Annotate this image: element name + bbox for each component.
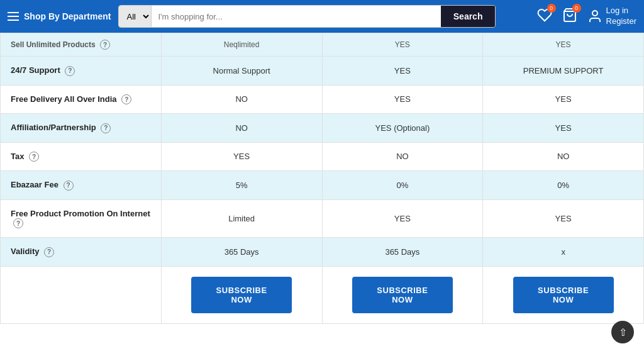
help-icon-support[interactable]: ? (65, 66, 75, 76)
subscribe-row: SUBSCRIBE NOW SUBSCRIBE NOW SUBSCRIBE NO… (1, 266, 644, 323)
header: Shop By Department All Search 0 0 (0, 0, 644, 33)
affiliation-col2: YES (Optional) (322, 114, 483, 143)
validity-col1: 365 Days (161, 238, 322, 267)
affiliation-label: Affiliation/Partnership ? (1, 114, 162, 143)
scroll-to-top-button[interactable]: ⇧ (611, 321, 634, 343)
top-col1: Neqlimited (161, 33, 322, 57)
main-content: Sell Unlimited Products ? Neqlimited YES… (0, 33, 644, 356)
affiliation-col3: YES (483, 114, 644, 143)
fee-col2: 0% (322, 171, 483, 200)
user-icon (587, 9, 602, 24)
subscribe-empty-cell (1, 266, 162, 323)
help-icon-tax[interactable]: ? (29, 152, 39, 162)
promotion-label: Free Product Promotion On Internet ? (1, 199, 162, 238)
table-row-top: Sell Unlimited Products ? Neqlimited YES… (1, 33, 644, 57)
table-row-promotion: Free Product Promotion On Internet ? Lim… (1, 199, 644, 238)
table-row-affiliation: Affiliation/Partnership ? NO YES (Option… (1, 114, 644, 143)
wishlist-icon-wrapper[interactable]: 0 (537, 8, 552, 25)
login-text: Log in Register (606, 6, 636, 27)
tax-col3: NO (483, 142, 644, 171)
help-icon-fee[interactable]: ? (64, 181, 74, 191)
dept-label: Shop By Department (24, 11, 111, 21)
svg-point-1 (592, 11, 597, 16)
tax-col1: YES (161, 142, 322, 171)
fee-col1: 5% (161, 171, 322, 200)
delivery-label: Free Delivery All Over India ? (1, 85, 162, 114)
hamburger-icon (8, 12, 19, 21)
promotion-col3: YES (483, 199, 644, 238)
subscribe-cell-1: SUBSCRIBE NOW (161, 266, 322, 323)
support-col3: PREMIUM SUPPORT (483, 57, 644, 86)
table-row-support: 24/7 Support ? Normal Support YES PREMIU… (1, 57, 644, 86)
validity-label: Validity ? (1, 238, 162, 267)
cart-icon-wrapper[interactable]: 0 (562, 8, 577, 25)
top-col2: YES (322, 33, 483, 57)
cart-badge: 0 (572, 4, 581, 13)
subscribe-cell-3: SUBSCRIBE NOW (483, 266, 644, 323)
subscribe-button-3[interactable]: SUBSCRIBE NOW (513, 277, 614, 313)
search-category-select[interactable]: All (119, 6, 152, 27)
help-icon-top[interactable]: ? (100, 40, 110, 50)
help-icon-validity[interactable]: ? (44, 247, 54, 257)
promotion-col1: Limited (161, 199, 322, 238)
promotion-col2: YES (322, 199, 483, 238)
wishlist-badge: 0 (547, 4, 556, 13)
subscribe-cell-2: SUBSCRIBE NOW (322, 266, 483, 323)
menu-button[interactable]: Shop By Department (8, 11, 111, 21)
login-area[interactable]: Log in Register (587, 6, 636, 27)
header-icons: 0 0 Log in Register (537, 6, 636, 27)
tax-label: Tax ? (1, 142, 162, 171)
table-row-validity: Validity ? 365 Days 365 Days x (1, 238, 644, 267)
delivery-col2: YES (322, 85, 483, 114)
fee-label: Ebazaar Fee ? (1, 171, 162, 200)
table-row-fee: Ebazaar Fee ? 5% 0% 0% (1, 171, 644, 200)
top-row-label: Sell Unlimited Products ? (1, 33, 162, 57)
delivery-col3: YES (483, 85, 644, 114)
support-col2: YES (322, 57, 483, 86)
help-icon-affiliation[interactable]: ? (101, 123, 111, 133)
validity-col3: x (483, 238, 644, 267)
search-bar: All Search (118, 5, 496, 28)
table-row-tax: Tax ? YES NO NO (1, 142, 644, 171)
top-col3: YES (483, 33, 644, 57)
subscribe-button-1[interactable]: SUBSCRIBE NOW (191, 277, 292, 313)
register-label: Register (606, 16, 636, 27)
login-label: Log in (606, 6, 636, 16)
affiliation-col1: NO (161, 114, 322, 143)
tax-col2: NO (322, 142, 483, 171)
fee-col3: 0% (483, 171, 644, 200)
search-input[interactable] (152, 6, 440, 27)
subscribe-button-2[interactable]: SUBSCRIBE NOW (352, 277, 453, 313)
validity-col2: 365 Days (322, 238, 483, 267)
delivery-col1: NO (161, 85, 322, 114)
support-col1: Normal Support (161, 57, 322, 86)
help-icon-delivery[interactable]: ? (121, 94, 131, 104)
comparison-table: Sell Unlimited Products ? Neqlimited YES… (0, 33, 644, 324)
table-row-delivery: Free Delivery All Over India ? NO YES YE… (1, 85, 644, 114)
help-icon-promotion[interactable]: ? (13, 218, 23, 228)
support-label: 24/7 Support ? (1, 57, 162, 86)
search-button[interactable]: Search (441, 6, 496, 27)
